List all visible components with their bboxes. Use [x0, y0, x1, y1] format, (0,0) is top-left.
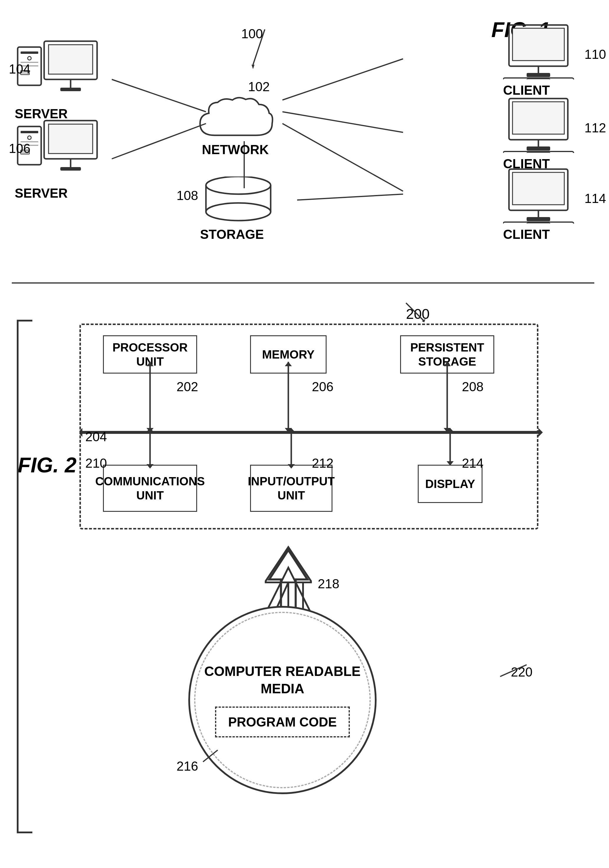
cloud-icon [191, 94, 279, 147]
server-106: 106 SERVER [15, 118, 109, 201]
svg-line-8 [297, 194, 403, 200]
svg-marker-63 [444, 362, 451, 366]
svg-point-25 [28, 136, 31, 140]
arrow-220 [497, 659, 544, 682]
ref-218: 218 [318, 577, 339, 591]
svg-marker-67 [147, 464, 153, 468]
storage-label: STORAGE [200, 227, 277, 242]
svg-line-6 [282, 124, 403, 191]
ref-106: 106 [9, 141, 30, 156]
svg-rect-44 [527, 217, 550, 221]
svg-marker-70 [288, 464, 295, 468]
fig2-bracket [12, 318, 35, 835]
svg-rect-24 [20, 131, 38, 133]
ref-210: 210 [85, 456, 107, 471]
server-104: 104 SERVER [15, 38, 109, 121]
network-label: NETWORK [191, 143, 279, 157]
media-text: COMPUTER READABLE MEDIA [195, 663, 369, 698]
svg-rect-10 [48, 45, 93, 74]
svg-rect-36 [513, 102, 564, 134]
svg-rect-38 [527, 146, 550, 150]
svg-point-15 [28, 56, 31, 60]
network-cloud: 102 NETWORK [191, 79, 279, 157]
client-110: 110 CLIENT [503, 23, 586, 98]
svg-rect-32 [527, 73, 550, 77]
ref-102: 102 [215, 79, 303, 94]
ref-204: 204 [85, 429, 107, 444]
page: { "fig1": { "title": "FIG. 1", "arrow_la… [0, 0, 609, 868]
svg-rect-46 [527, 223, 550, 223]
svg-line-78 [500, 665, 527, 676]
client-112: 112 CLIENT [503, 97, 586, 171]
svg-line-77 [203, 750, 218, 762]
svg-line-0 [253, 29, 265, 65]
svg-rect-14 [20, 51, 38, 54]
svg-line-5 [282, 112, 403, 132]
svg-rect-42 [513, 172, 564, 205]
client-110-icon [503, 23, 586, 79]
svg-point-50 [206, 203, 271, 221]
client-114: 114 CLIENT [503, 167, 586, 242]
client-114-icon [503, 167, 586, 223]
ref-214: 214 [462, 456, 483, 471]
svg-point-47 [206, 177, 271, 194]
client3-label: CLIENT [503, 227, 586, 242]
svg-marker-60 [285, 362, 292, 366]
program-box: PROGRAM CODE [215, 707, 350, 738]
ref-212: 212 [312, 456, 333, 471]
storage: 108 STORAGE [200, 177, 277, 242]
svg-rect-22 [60, 167, 81, 170]
svg-marker-1 [251, 65, 254, 69]
server2-label: SERVER [15, 186, 109, 201]
ref-104: 104 [9, 62, 30, 76]
svg-rect-20 [48, 124, 93, 153]
arrow-216 [194, 747, 229, 770]
client-112-icon [503, 97, 586, 153]
client1-label: CLIENT [503, 83, 586, 98]
ref-202: 202 [177, 380, 198, 394]
divider [12, 282, 594, 284]
ref-208: 208 [462, 380, 483, 394]
svg-marker-57 [147, 362, 153, 366]
arrow-218 [265, 544, 312, 615]
svg-rect-12 [60, 88, 81, 91]
svg-marker-54 [79, 428, 82, 437]
ref-112: 112 [584, 121, 606, 135]
svg-marker-55 [538, 428, 543, 437]
svg-marker-73 [446, 461, 454, 466]
svg-rect-40 [527, 152, 550, 153]
ref-114: 114 [584, 191, 606, 206]
ref-110: 110 [584, 47, 606, 62]
svg-rect-30 [513, 28, 564, 60]
ref-108: 108 [177, 188, 198, 203]
svg-rect-34 [527, 79, 550, 79]
storage-icon [200, 177, 277, 223]
svg-line-51 [406, 303, 424, 321]
ref-206: 206 [312, 380, 333, 394]
